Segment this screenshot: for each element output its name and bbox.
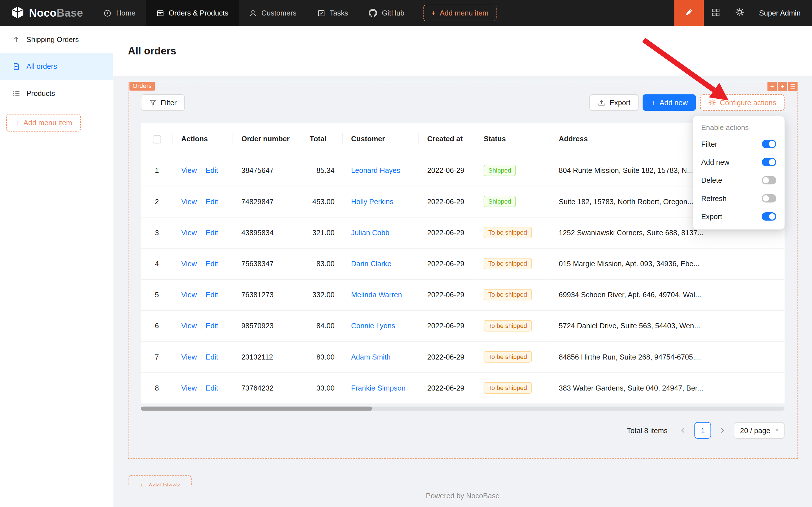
view-link[interactable]: View (181, 260, 197, 268)
add-block-button[interactable]: + Add block (128, 475, 192, 486)
column-header-actions: Actions (173, 123, 233, 155)
nav-item-orders-products[interactable]: Orders & Products (146, 0, 238, 26)
customer-link[interactable]: Melinda Warren (351, 290, 402, 299)
dropdown-item-delete[interactable]: Delete (693, 171, 785, 189)
column-header-customer: Customer (343, 123, 419, 155)
dropdown-item-label: Export (701, 212, 722, 220)
plus-icon: + (15, 119, 19, 127)
block-drag-icon[interactable]: + (767, 82, 777, 91)
total-cell: 33.00 (301, 373, 343, 403)
order-number-cell: 75638347 (233, 248, 301, 279)
enable-actions-dropdown: Enable actions Filter Add new (693, 116, 785, 229)
total-cell: 83.00 (301, 248, 343, 279)
customer-link[interactable]: Adam Smith (351, 353, 391, 361)
order-number-cell: 73764232 (233, 373, 301, 403)
dropdown-item-refresh[interactable]: Refresh (693, 189, 785, 207)
nav-item-github[interactable]: GitHub (359, 0, 415, 26)
edit-link[interactable]: Edit (206, 322, 218, 330)
pagination-prev-button[interactable] (676, 422, 690, 439)
nav-item-home[interactable]: Home (93, 0, 146, 26)
created-at-cell: 2022-06-29 (419, 186, 475, 217)
total-cell: 332.00 (301, 279, 343, 310)
customer-link[interactable]: Darin Clarke (351, 260, 391, 268)
plus-icon: + (651, 98, 655, 107)
edit-link[interactable]: Edit (206, 384, 218, 392)
status-badge: To be shipped (484, 258, 532, 269)
page-size-select[interactable]: 20 / page ▾ (734, 422, 785, 439)
horizontal-scrollbar (141, 406, 785, 410)
user-menu[interactable]: Super Admin (752, 9, 812, 17)
address-cell: 015 Margie Mission, Apt. 093, 34936, Ebe… (550, 248, 785, 279)
ui-editor-button[interactable] (674, 0, 704, 26)
customer-link[interactable]: Julian Cobb (351, 228, 389, 237)
view-link[interactable]: View (181, 290, 197, 299)
view-link[interactable]: View (181, 228, 197, 237)
table-row: 2 ViewEdit 74829847 453.00 Holly Perkins… (141, 186, 785, 217)
block-insert-icon[interactable]: + (778, 82, 787, 91)
view-link[interactable]: View (181, 198, 197, 206)
dropdown-item-add-new[interactable]: Add new (693, 153, 785, 171)
dropdown-item-export[interactable]: Export (693, 207, 785, 225)
sidebar-item-shipping-orders[interactable]: Shipping Orders (0, 26, 113, 53)
view-link[interactable]: View (181, 353, 197, 361)
customer-link[interactable]: Connie Lyons (351, 322, 395, 330)
filter-button[interactable]: Filter (141, 94, 185, 111)
created-at-cell: 2022-06-29 (419, 341, 475, 372)
created-at-cell: 2022-06-29 (419, 279, 475, 310)
export-button[interactable]: Export (589, 94, 639, 111)
nav-item-label: Home (116, 9, 136, 17)
customer-link[interactable]: Leonard Hayes (351, 166, 400, 175)
plugin-manager-button[interactable] (704, 0, 728, 26)
edit-link[interactable]: Edit (206, 353, 218, 361)
edit-link[interactable]: Edit (206, 260, 218, 268)
sidebar-item-products[interactable]: Products (0, 80, 113, 107)
edit-link[interactable]: Edit (206, 228, 218, 237)
add-menu-item-label: Add menu item (23, 119, 72, 127)
add-new-toggle[interactable] (762, 158, 776, 166)
powered-by-footer: Powered by NocoBase (128, 486, 798, 507)
horizontal-scrollbar-thumb[interactable] (141, 406, 373, 410)
select-all-checkbox[interactable] (153, 135, 161, 143)
sidebar-item-label: All orders (26, 62, 57, 70)
navbar-add-menu-item-button[interactable]: + Add menu item (423, 5, 497, 21)
edit-link[interactable]: Edit (206, 166, 218, 174)
filter-toggle[interactable] (762, 139, 776, 148)
highlighter-icon (685, 8, 693, 18)
order-number-cell: 76381273 (233, 279, 301, 310)
pagination-page-1[interactable]: 1 (694, 422, 711, 439)
edit-link[interactable]: Edit (206, 198, 218, 206)
nav-item-customers[interactable]: Customers (238, 0, 307, 26)
nocobase-logo[interactable]: NocoBase (0, 0, 93, 26)
orders-products-icon (156, 9, 164, 17)
row-index: 8 (141, 373, 173, 403)
created-at-cell: 2022-06-29 (419, 310, 475, 341)
add-new-button-label: Add new (659, 98, 688, 107)
edit-link[interactable]: Edit (206, 290, 218, 299)
dropdown-item-filter[interactable]: Filter (693, 135, 785, 153)
sidebar-item-all-orders[interactable]: All orders (0, 53, 113, 80)
customer-link[interactable]: Frankie Simpson (351, 384, 405, 392)
table-toolbar: Filter Export + Add new (141, 94, 785, 111)
nav-item-tasks[interactable]: Tasks (307, 0, 358, 26)
pagination-next-button[interactable] (715, 422, 730, 439)
sidebar-add-menu-item-button[interactable]: + Add menu item (6, 114, 81, 131)
block-designer-toolbar: + + ☰ (767, 82, 798, 91)
dropdown-item-label: Delete (701, 176, 722, 184)
view-link[interactable]: View (181, 322, 197, 330)
view-link[interactable]: View (181, 384, 197, 392)
row-index: 7 (141, 341, 173, 372)
block-menu-icon[interactable]: ☰ (788, 82, 798, 91)
order-number-cell: 38475647 (233, 155, 301, 186)
address-cell: 84856 Hirthe Run, Suite 268, 94754-6705,… (550, 341, 785, 372)
settings-button[interactable] (728, 0, 752, 26)
export-toggle[interactable] (762, 212, 776, 220)
view-link[interactable]: View (181, 166, 197, 174)
customer-link[interactable]: Holly Perkins (351, 198, 393, 206)
delete-toggle[interactable] (762, 176, 776, 184)
row-index: 6 (141, 310, 173, 341)
configure-actions-button[interactable]: Configure actions (700, 94, 785, 111)
add-new-button[interactable]: + Add new (643, 94, 696, 111)
order-number-cell: 43895834 (233, 217, 301, 248)
refresh-toggle[interactable] (762, 194, 776, 202)
customers-icon (249, 9, 257, 17)
